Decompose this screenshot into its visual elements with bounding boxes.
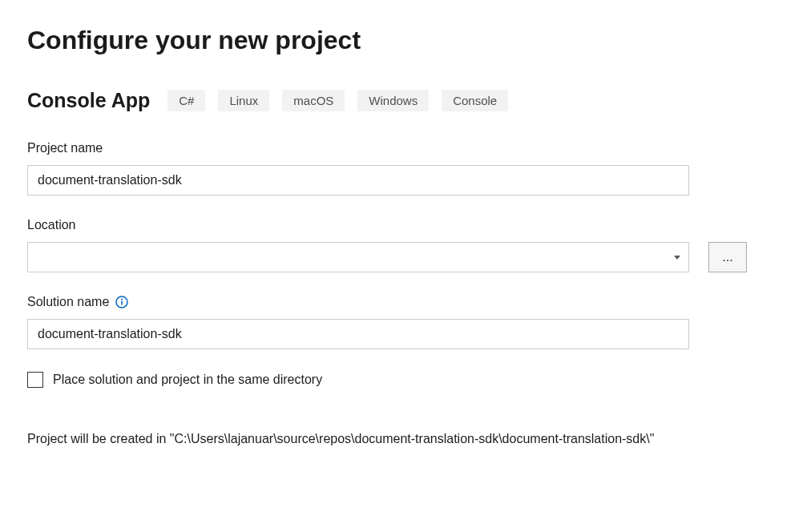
svg-point-1	[121, 299, 123, 300]
solution-name-group: Solution name	[27, 295, 784, 349]
svg-rect-2	[121, 301, 123, 305]
page-title: Configure your new project	[27, 26, 784, 55]
browse-button[interactable]: ...	[708, 242, 747, 272]
tag-windows: Windows	[357, 90, 429, 111]
same-directory-checkbox[interactable]	[27, 372, 43, 388]
location-group: Location ...	[27, 218, 784, 272]
project-name-group: Project name	[27, 141, 784, 195]
chevron-down-icon	[674, 256, 680, 260]
same-directory-label[interactable]: Place solution and project in the same d…	[53, 373, 322, 387]
project-name-label: Project name	[27, 141, 784, 155]
tag-linux: Linux	[218, 90, 269, 111]
template-name: Console App	[27, 89, 150, 112]
tag-csharp: C#	[167, 90, 205, 111]
tag-macos: macOS	[282, 90, 345, 111]
location-combobox[interactable]	[27, 242, 689, 272]
path-preview: Project will be created in "C:\Users\laj…	[27, 429, 689, 449]
solution-name-label: Solution name	[27, 295, 109, 309]
template-row: Console App C# Linux macOS Windows Conso…	[27, 89, 784, 112]
tag-console: Console	[442, 90, 508, 111]
same-directory-checkbox-row: Place solution and project in the same d…	[27, 372, 784, 388]
location-label: Location	[27, 218, 784, 232]
info-icon[interactable]	[115, 296, 128, 308]
solution-name-input[interactable]	[27, 319, 689, 349]
project-name-input[interactable]	[27, 165, 689, 195]
